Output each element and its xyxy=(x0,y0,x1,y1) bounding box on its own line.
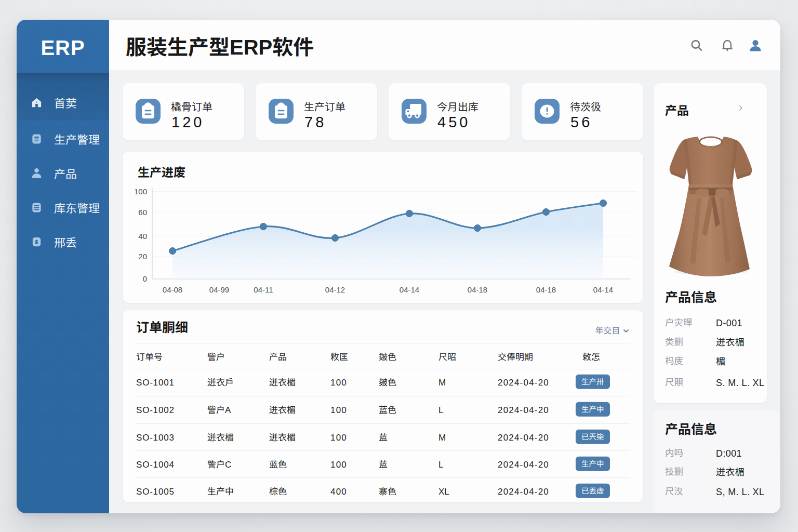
svg-text:20: 20 xyxy=(138,252,147,261)
svg-text:04-18: 04-18 xyxy=(536,285,556,294)
svg-text:04-99: 04-99 xyxy=(209,285,229,294)
svg-text:0: 0 xyxy=(143,274,147,283)
svg-text:04-14: 04-14 xyxy=(400,285,419,294)
svg-text:04-11: 04-11 xyxy=(254,285,273,294)
svg-text:100: 100 xyxy=(134,187,147,196)
svg-text:04-08: 04-08 xyxy=(163,285,182,294)
svg-text:60: 60 xyxy=(138,208,147,217)
svg-text:04-18: 04-18 xyxy=(468,285,487,294)
svg-text:04-14: 04-14 xyxy=(593,285,613,294)
svg-text:04-12: 04-12 xyxy=(325,285,345,294)
svg-text:40: 40 xyxy=(138,232,147,241)
